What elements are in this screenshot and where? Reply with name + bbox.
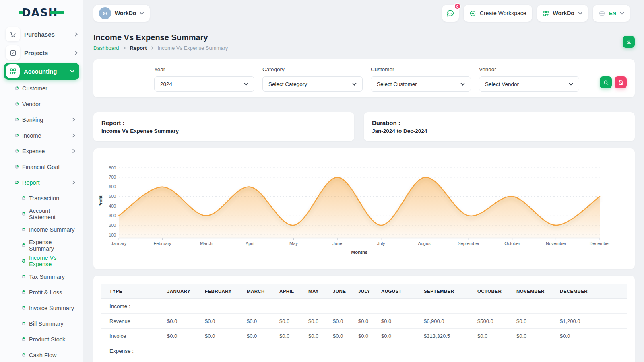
plus-circle-icon bbox=[469, 10, 476, 17]
chevron-down-icon bbox=[352, 82, 357, 86]
sidebar-item-accounting[interactable]: Accounting bbox=[4, 63, 79, 80]
customer-label: Customer bbox=[371, 66, 471, 72]
table-cell: $0.0 bbox=[477, 329, 516, 343]
svg-text:400: 400 bbox=[109, 204, 116, 208]
sidebar-item-bill-summary[interactable]: Bill Summary bbox=[0, 316, 83, 331]
table-cell: $500.0 bbox=[477, 314, 516, 329]
sidebar-item-customer[interactable]: Customer bbox=[0, 80, 83, 96]
svg-text:May: May bbox=[289, 241, 298, 246]
table-cell: $0.0 bbox=[560, 329, 627, 343]
language-selector[interactable]: EN bbox=[593, 5, 630, 22]
page-header: Income Vs Expense Summary Dashboard Repo… bbox=[93, 33, 635, 51]
svg-text:August: August bbox=[418, 241, 431, 246]
sidebar-item-account-statement[interactable]: Account Statement bbox=[0, 206, 83, 222]
app-logo[interactable]: DASH bbox=[0, 0, 83, 25]
language-label: EN bbox=[609, 10, 616, 16]
building-icon bbox=[99, 7, 111, 19]
table-cell: $0.0 bbox=[247, 314, 279, 329]
cart-icon bbox=[6, 27, 20, 41]
column-header-june: JUNE bbox=[333, 284, 358, 299]
workspace-pill[interactable]: WorkDo bbox=[93, 5, 150, 22]
download-button[interactable] bbox=[623, 36, 635, 48]
svg-text:February: February bbox=[154, 241, 172, 246]
sidebar-item-income-summary[interactable]: Income Summary bbox=[0, 222, 83, 237]
category-select[interactable]: Select Category bbox=[262, 76, 363, 92]
sidebar-item-income[interactable]: Income bbox=[0, 128, 83, 143]
breadcrumb-report[interactable]: Report bbox=[130, 45, 147, 51]
bullet-icon bbox=[15, 149, 19, 153]
table-cell: $1,200.0 bbox=[560, 314, 627, 329]
download-icon bbox=[626, 39, 632, 45]
bullet-icon bbox=[15, 86, 19, 90]
report-label: Report : bbox=[101, 119, 346, 126]
income-expense-chart: 100200300400500600700800 JanuaryFebruary… bbox=[93, 148, 635, 269]
bullet-icon bbox=[22, 243, 25, 247]
chevron-down-icon bbox=[244, 82, 248, 86]
bullet-icon bbox=[22, 228, 25, 231]
filter-actions bbox=[600, 76, 627, 88]
sidebar-item-product-stock[interactable]: Product Stock bbox=[0, 331, 83, 347]
svg-text:April: April bbox=[246, 241, 254, 246]
sidebar-item-income-vs-expense[interactable]: Income Vs Expense bbox=[0, 253, 83, 269]
chevron-down-icon bbox=[460, 82, 465, 86]
table-cell: $0.0 bbox=[333, 329, 358, 343]
sidebar-item-projects[interactable]: Projects bbox=[0, 43, 83, 62]
table-cell: $6,900.0 bbox=[424, 314, 477, 329]
column-header-october: OCTOBER bbox=[477, 284, 516, 299]
sidebar-item-invoice-summary[interactable]: Invoice Summary bbox=[0, 300, 83, 316]
bullet-icon bbox=[22, 275, 25, 278]
vendor-select[interactable]: Select Vendor bbox=[479, 76, 579, 92]
column-header-august: AUGUST bbox=[381, 284, 424, 299]
page-title: Income Vs Expense Summary bbox=[93, 33, 228, 42]
sidebar-item-vendor[interactable]: Vendor bbox=[0, 96, 83, 112]
svg-text:October: October bbox=[504, 241, 520, 246]
chevron-down-icon bbox=[70, 69, 74, 74]
table-cell: $0.0 bbox=[205, 314, 247, 329]
messages-button[interactable]: 0 bbox=[442, 5, 459, 22]
app-logo-text: DASH bbox=[22, 7, 58, 18]
sidebar-item-report[interactable]: Report bbox=[0, 175, 83, 190]
column-header-april: APRIL bbox=[279, 284, 308, 299]
main-content: WorkDo 0 Create Workspace bbox=[93, 0, 635, 362]
sidebar-item-financial-goal[interactable]: Financial Goal bbox=[0, 159, 83, 175]
reset-filter-button[interactable] bbox=[615, 76, 627, 88]
bullet-icon bbox=[22, 337, 25, 341]
workspace-switcher-label: WorkDo bbox=[553, 10, 574, 16]
topbar: WorkDo 0 Create Workspace bbox=[93, 0, 635, 23]
breadcrumb: Dashboard Report Income Vs Expense Summa… bbox=[93, 45, 228, 51]
column-header-type: TYPE bbox=[101, 284, 167, 299]
sidebar-item-banking[interactable]: Banking bbox=[0, 112, 83, 128]
bullet-icon bbox=[15, 165, 19, 169]
svg-text:September: September bbox=[458, 241, 479, 246]
table-cell: $0.0 bbox=[167, 329, 205, 343]
create-workspace-button[interactable]: Create Workspace bbox=[464, 5, 532, 22]
year-select[interactable]: 2024 bbox=[154, 76, 254, 92]
row-label: Revenue bbox=[101, 314, 167, 329]
sidebar-item-expense-summary[interactable]: Expense Summary bbox=[0, 237, 83, 253]
sidebar-item-transaction[interactable]: Transaction bbox=[0, 190, 83, 206]
sidebar-item-purchases[interactable]: Purchases bbox=[0, 25, 83, 43]
apply-filter-button[interactable] bbox=[600, 76, 612, 88]
table-cell: $0.0 bbox=[247, 329, 279, 343]
sidebar-item-expense[interactable]: Expense bbox=[0, 143, 83, 159]
table-cell: $0.0 bbox=[516, 314, 560, 329]
duration-summary-card: Duration : Jan-2024 to Dec-2024 bbox=[364, 112, 635, 141]
breadcrumb-dashboard[interactable]: Dashboard bbox=[93, 45, 119, 51]
chevron-down-icon bbox=[620, 11, 624, 16]
bullet-icon bbox=[22, 353, 25, 357]
customer-select[interactable]: Select Customer bbox=[371, 76, 471, 92]
svg-text:800: 800 bbox=[109, 165, 116, 170]
sidebar-item-profit-loss[interactable]: Profit & Loss bbox=[0, 284, 83, 300]
sidebar-item-tax-summary[interactable]: Tax Summary bbox=[0, 269, 83, 284]
chevron-down-icon bbox=[569, 82, 573, 86]
chevron-right-icon bbox=[123, 46, 126, 50]
table-cell: $0.0 bbox=[308, 314, 333, 329]
svg-text:300: 300 bbox=[109, 213, 116, 218]
income-expense-chart-card: 100200300400500600700800 JanuaryFebruary… bbox=[93, 148, 635, 269]
column-header-september: SEPTEMBER bbox=[424, 284, 477, 299]
sidebar-item-cash-flow[interactable]: Cash Flow bbox=[0, 347, 83, 362]
table-row-invoice: Invoice$0.0$0.0$0.0$0.0$0.0$0.0$0.0$0.0$… bbox=[101, 329, 627, 343]
filter-fields: Year 2024 Category Select Category Custo… bbox=[154, 66, 579, 90]
workspace-switcher[interactable]: WorkDo bbox=[537, 5, 588, 22]
chevron-right-icon bbox=[74, 32, 78, 37]
